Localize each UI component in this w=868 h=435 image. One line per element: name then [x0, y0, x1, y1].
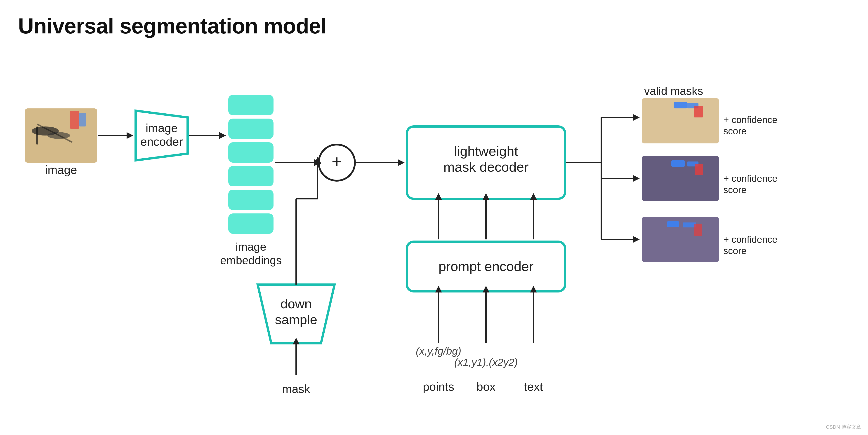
svg-text:down: down [281, 296, 312, 311]
svg-text:image: image [146, 122, 178, 135]
svg-text:+: + [332, 152, 342, 172]
svg-text:+ confidence: + confidence [723, 114, 777, 125]
svg-marker-36 [633, 236, 640, 243]
svg-marker-20 [398, 159, 405, 166]
image-label: image [45, 163, 77, 176]
svg-rect-39 [674, 102, 687, 108]
svg-text:sample: sample [275, 312, 317, 327]
svg-text:lightweight: lightweight [454, 144, 518, 159]
svg-rect-15 [228, 190, 274, 210]
svg-text:mask decoder: mask decoder [443, 160, 529, 175]
svg-marker-32 [293, 338, 300, 344]
svg-rect-50 [642, 217, 719, 262]
svg-marker-24 [483, 193, 489, 200]
svg-text:embeddings: embeddings [220, 254, 282, 267]
valid-masks-label: valid masks [644, 85, 703, 97]
svg-marker-27 [435, 286, 442, 293]
diagram-svg: image image encoder image embeddings + l… [18, 41, 855, 420]
svg-marker-25 [530, 193, 537, 200]
svg-rect-16 [228, 213, 274, 234]
svg-rect-45 [671, 160, 685, 167]
box-formula: (x1,y1),(x2y2) [454, 357, 518, 368]
svg-rect-13 [228, 142, 274, 163]
page-title: Universal segmentation model [18, 13, 327, 38]
svg-text:+ confidence: + confidence [723, 234, 777, 245]
svg-text:prompt encoder: prompt encoder [438, 259, 533, 274]
svg-marker-23 [435, 193, 442, 200]
mask-label: mask [282, 382, 310, 396]
points-label: points [423, 380, 454, 393]
svg-rect-51 [667, 221, 679, 227]
svg-rect-11 [228, 95, 274, 115]
svg-marker-29 [530, 286, 537, 293]
svg-rect-6 [79, 113, 86, 127]
svg-rect-41 [694, 106, 703, 118]
image-embeddings-label: image [236, 240, 266, 253]
points-formula: (x,y,fg/bg) [416, 345, 461, 357]
svg-rect-5 [70, 111, 79, 129]
watermark: CSDN 博客文章 [826, 424, 861, 431]
svg-marker-28 [483, 286, 489, 293]
svg-rect-47 [695, 164, 703, 175]
svg-rect-3 [36, 127, 38, 144]
svg-marker-35 [633, 175, 640, 182]
svg-marker-34 [633, 114, 640, 121]
svg-marker-7 [127, 132, 133, 139]
svg-text:score: score [723, 185, 747, 195]
svg-text:score: score [723, 126, 747, 136]
svg-rect-12 [228, 119, 274, 139]
svg-text:encoder: encoder [141, 135, 183, 148]
svg-marker-10 [219, 132, 226, 139]
svg-rect-53 [694, 224, 702, 236]
svg-text:score: score [723, 245, 747, 256]
box-label: box [476, 380, 495, 393]
svg-text:+ confidence: + confidence [723, 173, 777, 184]
svg-rect-14 [228, 166, 274, 186]
text-label: text [524, 380, 543, 393]
